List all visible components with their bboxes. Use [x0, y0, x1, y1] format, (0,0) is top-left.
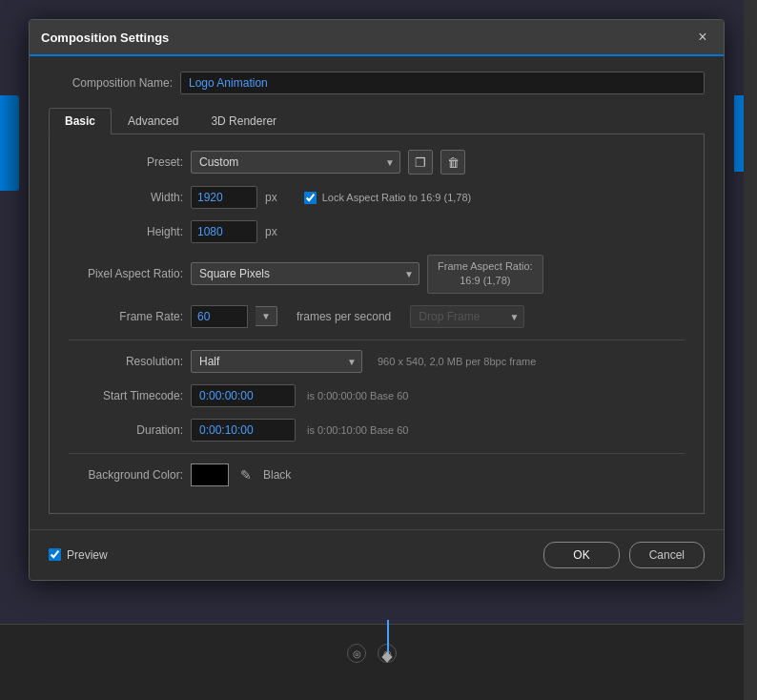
separator-1: [69, 340, 685, 340]
resolution-dropdown-wrapper: Half Full Third Quarter Custom ▼: [191, 350, 362, 373]
height-unit: px: [265, 225, 277, 238]
dropframe-dropdown[interactable]: Drop Frame Non-Drop Frame: [410, 305, 524, 328]
start-timecode-input[interactable]: [191, 384, 296, 407]
preset-label: Preset:: [69, 155, 183, 169]
eyedropper-button[interactable]: ✎: [236, 465, 256, 484]
height-row: Height: px: [69, 220, 685, 243]
par-label: Pixel Aspect Ratio:: [69, 267, 183, 280]
preset-dropdown-wrapper: Custom HDTV 1080 25 HDTV 1080 29.97 HDTV…: [191, 151, 400, 174]
duration-label: Duration:: [69, 423, 183, 437]
dialog-titlebar: Composition Settings ×: [30, 20, 724, 56]
tab-basic[interactable]: Basic: [49, 108, 112, 134]
footer-buttons: OK Cancel: [543, 542, 705, 568]
start-timecode-row: Start Timecode: is 0:00:00:00 Base 60: [69, 384, 685, 407]
dialog-title: Composition Settings: [41, 31, 169, 45]
tab-3d-renderer[interactable]: 3D Renderer: [194, 108, 293, 134]
frame-aspect-ratio-label: Frame Aspect Ratio:: [438, 260, 533, 272]
width-input[interactable]: [191, 186, 257, 209]
start-timecode-label: Start Timecode:: [69, 389, 183, 402]
right-scrollbar[interactable]: [744, 0, 757, 700]
lock-aspect-row: Lock Aspect Ratio to 16:9 (1,78): [304, 192, 472, 204]
left-accent: [0, 95, 19, 191]
cancel-button[interactable]: Cancel: [629, 542, 705, 568]
preview-label: Preview: [67, 548, 108, 562]
resolution-dropdown[interactable]: Half Full Third Quarter Custom: [191, 350, 362, 373]
bg-color-row: Background Color: ✎ Black: [69, 463, 685, 486]
resolution-info: 960 x 540, 2,0 MB per 8bpc frame: [378, 356, 536, 367]
framerate-dropdown-btn[interactable]: ▼: [256, 306, 277, 326]
ok-button[interactable]: OK: [543, 542, 619, 568]
start-timecode-info: is 0:00:00:00 Base 60: [307, 390, 408, 401]
width-unit: px: [265, 191, 277, 204]
frame-aspect-ratio-value: 16:9 (1,78): [460, 275, 510, 286]
comp-name-label: Composition Name:: [49, 76, 173, 90]
fps-label: frames per second: [297, 310, 391, 323]
par-dropdown-wrapper: Square Pixels D1/DV NTSC D1/DV PAL ▼: [191, 262, 419, 285]
framerate-label: Frame Rate:: [69, 310, 183, 323]
duration-info: is 0:00:10:00 Base 60: [307, 424, 408, 436]
preset-dropdown[interactable]: Custom HDTV 1080 25 HDTV 1080 29.97 HDTV…: [191, 151, 400, 174]
comp-name-row: Composition Name:: [49, 72, 705, 94]
par-row: Pixel Aspect Ratio: Square Pixels D1/DV …: [69, 255, 685, 294]
timeline-area: ◎ ◎: [0, 624, 744, 700]
duration-input[interactable]: [191, 419, 296, 442]
lock-aspect-checkbox[interactable]: [304, 192, 317, 204]
preview-checkbox[interactable]: [49, 548, 61, 561]
comp-name-input[interactable]: [180, 72, 705, 94]
framerate-row: Frame Rate: ▼ frames per second Drop Fra…: [69, 305, 685, 328]
separator-2: [69, 453, 685, 454]
frame-aspect-ratio-box: Frame Aspect Ratio: 16:9 (1,78): [427, 255, 543, 294]
framerate-input[interactable]: [191, 305, 248, 328]
composition-settings-dialog: Composition Settings × Composition Name:…: [29, 19, 725, 581]
resolution-row: Resolution: Half Full Third Quarter Cust…: [69, 350, 685, 373]
width-row: Width: px Lock Aspect Ratio to 16:9 (1,7…: [69, 186, 685, 209]
tab-advanced[interactable]: Advanced: [112, 108, 194, 134]
resolution-label: Resolution:: [69, 355, 183, 368]
duplicate-preset-button[interactable]: ❐: [408, 150, 433, 175]
par-dropdown[interactable]: Square Pixels D1/DV NTSC D1/DV PAL: [191, 262, 419, 285]
dropframe-wrapper: Drop Frame Non-Drop Frame ▼: [410, 305, 524, 328]
right-accent: [734, 95, 744, 172]
close-button[interactable]: ×: [693, 28, 712, 47]
tab-panel-basic: Preset: Custom HDTV 1080 25 HDTV 1080 29…: [49, 134, 705, 514]
bg-color-name: Black: [263, 468, 291, 482]
dialog-body: Composition Name: Basic Advanced 3D Rend…: [30, 56, 724, 529]
delete-preset-button[interactable]: 🗑: [440, 150, 465, 175]
width-label: Width:: [69, 191, 183, 204]
bg-color-label: Background Color:: [69, 468, 183, 482]
timeline-icon-1[interactable]: ◎: [347, 644, 366, 663]
timeline-playhead: [387, 620, 389, 653]
height-label: Height:: [69, 225, 183, 238]
bg-color-swatch[interactable]: [191, 463, 229, 486]
duration-row: Duration: is 0:00:10:00 Base 60: [69, 419, 685, 442]
height-input[interactable]: [191, 220, 257, 243]
preset-row: Preset: Custom HDTV 1080 25 HDTV 1080 29…: [69, 150, 685, 175]
preview-row: Preview: [49, 548, 108, 562]
tabs-container: Basic Advanced 3D Renderer: [49, 108, 705, 134]
lock-aspect-label: Lock Aspect Ratio to 16:9 (1,78): [322, 192, 472, 203]
dialog-footer: Preview OK Cancel: [30, 529, 724, 580]
